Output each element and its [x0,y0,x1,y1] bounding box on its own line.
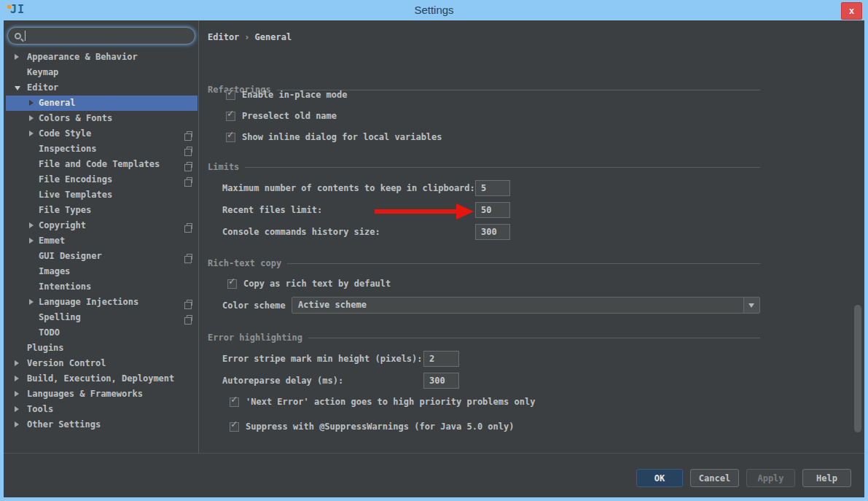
field-label-autoreparse: Autoreparse delay (ms): [222,376,343,386]
section-divider [308,338,760,338]
console-history-size-input[interactable] [475,224,510,240]
chevron-collapsed-icon[interactable] [15,360,19,366]
section-divider [245,167,760,168]
close-icon[interactable]: x [841,2,862,20]
breadcrumb: Editor›General [208,32,292,42]
sidebar-item-appearance-behavior[interactable]: Appearance & Behavior [6,50,198,65]
shared-settings-icon [187,177,192,183]
sidebar-item-plugins[interactable]: Plugins [6,341,198,356]
sidebar-item-label: Editor [27,80,58,96]
checkbox-show-inline-dialog[interactable]: Show inline dialog for local variables [226,131,442,143]
chevron-collapsed-icon[interactable] [29,131,34,136]
sidebar-item-copyright[interactable]: Copyright [6,218,198,233]
sidebar-item-file-encodings[interactable]: File Encodings [6,172,198,187]
chevron-down-icon[interactable] [743,298,759,313]
cancel-button[interactable]: Cancel [690,469,739,487]
chevron-collapsed-icon[interactable] [15,391,19,397]
sidebar-item-label: Tools [27,402,53,417]
breadcrumb-parent[interactable]: Editor [208,32,239,42]
sidebar-item-inspections[interactable]: Inspections [6,141,198,157]
breadcrumb-separator: › [239,32,254,42]
sidebar-item-label: Code Style [39,126,91,141]
settings-content: Editor›General Refactorings Enable in-pl… [200,20,864,453]
search-box[interactable] [7,27,195,44]
chevron-collapsed-icon[interactable] [29,238,34,244]
shared-settings-icon [187,147,192,152]
window-title: Settings [0,4,868,16]
checkbox-copy-as-rich-text[interactable]: Copy as rich text by default [227,278,391,290]
chevron-collapsed-icon[interactable] [15,422,19,427]
error-stripe-height-input[interactable] [423,351,459,367]
sidebar-item-images[interactable]: Images [6,264,198,279]
color-scheme-dropdown[interactable]: Active scheme [292,297,760,314]
sidebar-item-label: Emmet [39,233,65,249]
help-button[interactable]: Help [802,469,851,487]
search-icon [15,33,21,39]
sidebar-item-language-injections[interactable]: Language Injections [6,295,198,310]
shared-settings-icon [187,315,192,321]
sidebar-item-label: Colors & Fonts [39,111,112,126]
scrollbar-thumb[interactable] [854,305,861,432]
clipboard-limit-input[interactable] [475,180,510,196]
checkbox-icon[interactable] [226,90,235,100]
recent-files-limit-input[interactable] [475,202,510,218]
chevron-collapsed-icon[interactable] [29,100,34,106]
checkbox-icon[interactable] [226,112,235,121]
chevron-collapsed-icon[interactable] [29,299,34,305]
sidebar-item-file-and-code-templates[interactable]: File and Code Templates [6,157,198,172]
sidebar-item-label: Appearance & Behavior [27,50,138,65]
checkbox-label: Preselect old name [242,111,337,121]
settings-sidebar: Appearance & BehaviorKeymapEditorGeneral… [4,20,199,453]
sidebar-item-live-templates[interactable]: Live Templates [6,187,198,203]
checkbox-icon[interactable] [227,279,237,289]
chevron-collapsed-icon[interactable] [29,222,34,228]
sidebar-item-label: Version Control [27,356,106,371]
color-scheme-label: Color scheme [222,300,286,311]
apply-button[interactable]: Apply [746,469,795,487]
chevron-collapsed-icon[interactable] [15,54,19,60]
checkbox-suppress-warnings[interactable]: Suppress with @SuppressWarnings (for Jav… [230,421,514,432]
checkbox-label: Suppress with @SuppressWarnings (for Jav… [246,422,514,432]
field-label-console-history: Console commands history size: [222,227,380,237]
sidebar-item-emmet[interactable]: Emmet [6,233,198,249]
checkbox-next-error-priority[interactable]: 'Next Error' action goes to high priorit… [230,396,535,408]
settings-tree: Appearance & BehaviorKeymapEditorGeneral… [4,50,198,432]
sidebar-item-other-settings[interactable]: Other Settings [6,417,198,432]
sidebar-item-label: Language Injections [39,295,138,310]
sidebar-item-colors-fonts[interactable]: Colors & Fonts [6,111,198,126]
sidebar-item-gui-designer[interactable]: GUI Designer [6,249,198,264]
shared-settings-icon [187,223,192,229]
sidebar-item-label: Plugins [27,341,64,356]
sidebar-item-intentions[interactable]: Intentions [6,279,198,295]
sidebar-item-label: Keymap [27,65,58,80]
sidebar-item-todo[interactable]: TODO [6,325,198,341]
sidebar-item-languages-frameworks[interactable]: Languages & Frameworks [6,387,198,402]
sidebar-item-label: Spelling [39,310,81,325]
shared-settings-icon [187,162,192,168]
chevron-expanded-icon[interactable] [15,86,20,90]
sidebar-item-label: File and Code Templates [39,157,160,172]
checkbox-preselect-old-name[interactable]: Preselect old name [226,110,337,122]
sidebar-item-editor[interactable]: Editor [6,80,198,96]
checkbox-icon[interactable] [226,133,235,142]
sidebar-item-build-execution-deployment[interactable]: Build, Execution, Deployment [6,371,198,387]
sidebar-item-general[interactable]: General [6,96,198,111]
breadcrumb-current: General [255,32,292,42]
ok-button[interactable]: OK [636,469,683,487]
chevron-collapsed-icon[interactable] [29,115,34,121]
sidebar-item-spelling[interactable]: Spelling [6,310,198,325]
chevron-collapsed-icon[interactable] [15,376,19,381]
sidebar-item-file-types[interactable]: File Types [6,203,198,218]
sidebar-item-version-control[interactable]: Version Control [6,356,198,371]
checkbox-enable-in-place-mode[interactable]: Enable in-place mode [226,89,348,101]
chevron-collapsed-icon[interactable] [15,406,19,412]
sidebar-item-label: Build, Execution, Deployment [27,371,174,387]
footer-divider [4,453,864,454]
sidebar-item-tools[interactable]: Tools [6,402,198,417]
checkbox-icon[interactable] [230,422,239,432]
sidebar-item-code-style[interactable]: Code Style [6,126,198,141]
search-input[interactable] [26,31,188,41]
checkbox-icon[interactable] [230,397,239,407]
sidebar-item-keymap[interactable]: Keymap [6,65,198,80]
autoreparse-delay-input[interactable] [423,373,459,389]
